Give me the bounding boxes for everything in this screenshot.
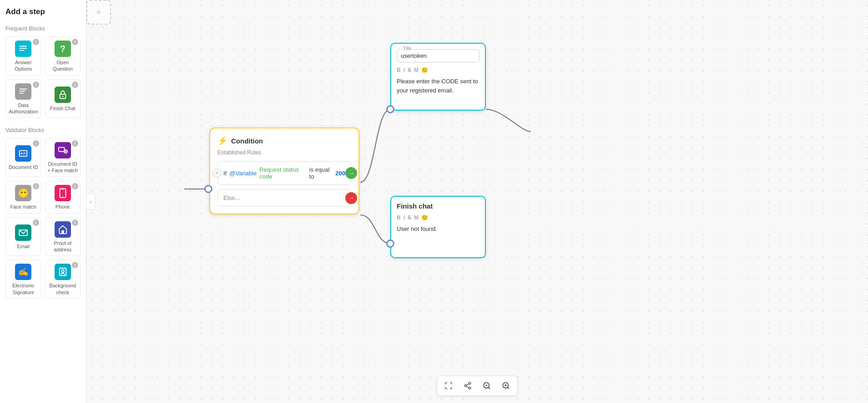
svg-point-9 <box>21 153 23 154</box>
zoom-in-button[interactable] <box>499 379 513 393</box>
finish-chat-label: Finish Chat <box>50 105 76 112</box>
background-check-icon <box>55 264 71 280</box>
block-document-id[interactable]: i Document ID <box>5 138 41 177</box>
block-email[interactable]: i Email <box>5 217 41 256</box>
svg-rect-17 <box>61 189 64 190</box>
block-proof-address[interactable]: i Proof of address <box>45 217 81 256</box>
block-background-check[interactable]: i Background check <box>45 260 81 299</box>
bold-button[interactable]: B <box>397 67 401 73</box>
svg-rect-10 <box>23 153 26 153</box>
conn-dot-condition-in <box>204 185 212 193</box>
block-data-auth[interactable]: i Data Authorization <box>5 79 41 118</box>
info-icon: i <box>72 39 78 45</box>
block-open-question[interactable]: i ? Open Question <box>45 36 81 76</box>
rule-highlight-text: Request status code <box>259 166 306 180</box>
svg-rect-2 <box>20 50 25 51</box>
svg-rect-8 <box>20 151 27 157</box>
italic-button-2[interactable]: I <box>404 214 405 221</box>
node-body[interactable]: Please enter the CODE sent to your regis… <box>397 77 479 104</box>
validator-blocks-grid: i Document ID i Document ID + <box>5 138 81 299</box>
answer-options-icon <box>15 41 31 57</box>
share-button[interactable] <box>461 379 474 393</box>
conn-dot-message-in <box>386 105 394 113</box>
emoji-button[interactable]: 🙂 <box>421 67 428 73</box>
svg-point-14 <box>65 151 66 153</box>
canvas: ⚡ Condition Established Rules ✕ If @Vari… <box>86 0 868 403</box>
rule-remove-button[interactable]: ✕ <box>212 168 222 178</box>
else-label: Else... <box>223 194 240 201</box>
plus-icon: + <box>96 6 102 18</box>
answer-options-label: Answer Options <box>8 59 39 72</box>
strikethrough-button-2[interactable]: S <box>408 214 411 221</box>
block-answer-options[interactable]: i Answer Options <box>5 36 41 76</box>
svg-rect-3 <box>20 88 27 89</box>
block-document-face[interactable]: i Document ID + Face match <box>45 138 81 177</box>
info-icon: i <box>33 219 39 226</box>
info-icon: i <box>72 82 78 88</box>
svg-rect-12 <box>59 148 65 152</box>
svg-rect-4 <box>20 91 25 92</box>
block-face-match[interactable]: i 😶 Face match <box>5 181 41 214</box>
plus-node[interactable]: + <box>86 0 111 25</box>
finish-node-title: Finish chat <box>397 202 479 210</box>
face-match-label: Face match <box>10 204 36 210</box>
emoji-button-2[interactable]: 🙂 <box>421 214 428 221</box>
mono-button[interactable]: M <box>414 67 419 73</box>
sidebar-collapse-button[interactable]: ‹ <box>86 194 96 210</box>
italic-button[interactable]: I <box>404 67 405 73</box>
validator-blocks-label: Validator Blocks <box>5 127 81 133</box>
svg-rect-5 <box>20 92 24 93</box>
svg-point-23 <box>464 385 467 387</box>
sidebar-title: Add a step <box>5 7 81 16</box>
bold-button-2[interactable]: B <box>397 214 401 221</box>
condition-rule-row: ✕ If @Variable Request status code is eq… <box>217 161 351 185</box>
phone-label: Phone <box>56 204 70 210</box>
node-title-value[interactable]: usertoken <box>401 52 427 59</box>
strikethrough-button[interactable]: S <box>408 67 411 73</box>
condition-header: ⚡ Condition <box>217 136 351 146</box>
open-question-icon: ? <box>55 41 71 57</box>
node-field-label: Title <box>402 46 413 51</box>
document-id-label: Document ID <box>9 164 38 170</box>
open-question-label: Open Question <box>47 59 79 72</box>
svg-point-7 <box>62 96 63 97</box>
else-remove-button[interactable]: → <box>345 192 357 204</box>
document-id-icon <box>15 145 31 162</box>
mono-button-2[interactable]: M <box>414 214 419 221</box>
block-finish-chat[interactable]: i Finish Chat <box>45 79 81 118</box>
data-auth-icon <box>15 83 31 100</box>
bottom-toolbar <box>437 376 518 396</box>
block-phone[interactable]: i Phone <box>45 181 81 214</box>
node-title-wrap: Title usertoken <box>397 49 479 62</box>
info-icon: i <box>33 39 39 45</box>
condition-else-row: Else... → <box>217 189 351 206</box>
info-icon: i <box>72 262 78 268</box>
proof-address-label: Proof of address <box>47 240 79 253</box>
info-icon: i <box>72 219 78 226</box>
condition-subtitle: Established Rules <box>217 149 351 156</box>
finish-node-body[interactable]: User not found. <box>397 224 479 252</box>
fit-screen-button[interactable] <box>442 379 455 393</box>
electronic-sig-icon: ✍ <box>15 264 31 280</box>
frequent-blocks-label: Frequent Blocks <box>5 26 81 32</box>
rule-value-text: 200 <box>335 170 345 177</box>
rule-go-button[interactable]: → <box>345 167 357 179</box>
svg-line-28 <box>488 387 490 388</box>
svg-rect-0 <box>20 46 27 47</box>
phone-icon <box>55 185 71 201</box>
svg-line-25 <box>466 386 469 388</box>
rule-if-text: If <box>223 170 227 177</box>
node-toolbar: B I S M 🙂 <box>397 67 479 73</box>
proof-address-icon <box>55 221 71 238</box>
data-auth-label: Data Authorization <box>8 102 39 115</box>
document-face-icon <box>55 142 71 158</box>
conn-dot-finish-in <box>386 240 394 248</box>
svg-line-31 <box>507 387 509 388</box>
message-node: Title usertoken B I S M 🙂 Please enter t… <box>390 43 486 111</box>
info-icon: i <box>72 140 78 147</box>
svg-point-22 <box>469 383 471 385</box>
svg-rect-11 <box>23 154 25 154</box>
block-electronic-sig[interactable]: ✍ Electronic Signature <box>5 260 41 299</box>
condition-node: ⚡ Condition Established Rules ✕ If @Vari… <box>209 128 359 214</box>
zoom-out-button[interactable] <box>480 379 494 393</box>
